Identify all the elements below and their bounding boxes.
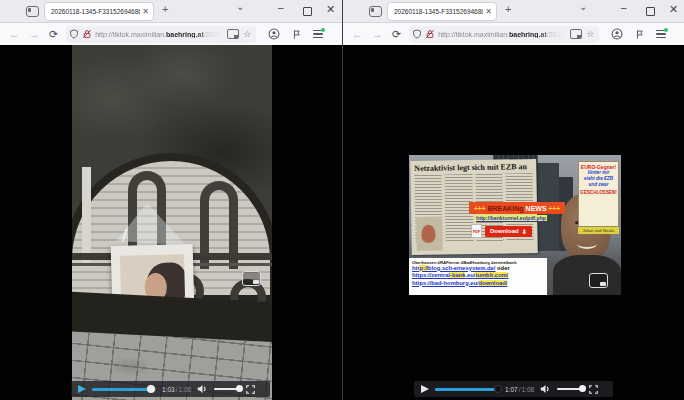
menu-notification-dot <box>664 28 668 32</box>
video-element-right[interactable]: Netzaktivist legt sich mit EZB an EURO-G… <box>343 45 684 400</box>
time-display: 1:03/1:08 <box>162 386 191 393</box>
euro-gegner-box: EURO-Gegner! Hinter mir steht die EZB un… <box>578 161 619 227</box>
fullscreen-icon[interactable] <box>589 385 598 394</box>
minimize-button[interactable]: – <box>621 2 627 13</box>
insecure-lock-icon[interactable] <box>82 29 92 39</box>
tab-close-icon[interactable]: ✕ <box>142 7 149 16</box>
volume-slider[interactable] <box>557 388 583 391</box>
minimize-button[interactable]: – <box>278 2 284 13</box>
account-icon[interactable] <box>268 28 280 40</box>
window-frame-post <box>82 167 91 267</box>
app-menu-icon[interactable] <box>656 30 666 38</box>
firefox-view-icon[interactable] <box>369 6 382 17</box>
address-bar[interactable]: http://tiktok.maximilian.baehring.at/202… <box>409 26 599 43</box>
tab-bar: 20260118-1345-F3315269468635718 ✕ + ⌄ – … <box>343 0 684 23</box>
browser-window-right: 20260118-1345-F3315269468635718 ✕ + ⌄ – … <box>342 0 684 400</box>
toolbar-right-icons <box>268 28 323 40</box>
maximize-button[interactable] <box>646 7 655 16</box>
progress-thumb[interactable] <box>494 385 502 393</box>
bookmark-star-icon[interactable]: ☆ <box>586 29 594 39</box>
pennant-flag-icon[interactable] <box>634 29 645 40</box>
download-arrow-icon: ⬇ <box>522 228 527 235</box>
list-tabs-chevron-icon[interactable]: ⌄ <box>236 1 244 12</box>
link-line-1: http://blog.sch-einesystem.de/ oder <box>412 265 544 273</box>
smile <box>577 239 597 249</box>
link-line-3: https://bad-homburg.eu/download/ <box>412 280 544 288</box>
toolbar-right-icons <box>611 28 666 40</box>
progress-fill <box>92 388 151 391</box>
breaking-news-banner: +++ BREAKINg NEWS +++ <box>469 202 565 214</box>
forward-button[interactable]: → <box>372 29 383 40</box>
back-button[interactable]: ← <box>352 29 363 40</box>
volume-icon[interactable] <box>540 384 551 394</box>
firefox-view-icon[interactable] <box>26 6 39 17</box>
progress-thumb[interactable] <box>147 385 155 393</box>
tracking-protection-shield-icon[interactable] <box>412 29 422 39</box>
tab-title: 20260118-1345-F3315269468635718 <box>394 8 483 15</box>
volume-thumb[interactable] <box>579 385 586 392</box>
video-controls-left: 1:03/1:08 <box>71 381 270 397</box>
euro-box-caption: Julian statt Nicola <box>578 227 619 234</box>
picture-in-picture-icon[interactable] <box>242 271 261 286</box>
address-bar[interactable]: http://tiktok.maximilian.baehring.at/202… <box>66 26 256 43</box>
pdf-download-row: PDF Download⬇ <box>471 224 532 238</box>
newspaper-photo <box>416 217 443 251</box>
close-window-button[interactable]: ✕ <box>326 3 335 16</box>
progress-bar[interactable] <box>435 388 499 391</box>
volume-slider[interactable] <box>214 388 240 391</box>
banner-link: http://banktunnel.eu/pdf.php <box>475 215 547 221</box>
tab-title: 20260118-1345-F3315269468635718 <box>51 8 140 15</box>
navigation-toolbar: ← → ⟳ http://tiktok.maximilian.baehring.… <box>0 23 342 45</box>
close-window-button[interactable]: ✕ <box>669 3 678 16</box>
app-menu-icon[interactable] <box>313 30 323 38</box>
tab-bar: 20260118-1345-F3315269468635718 ✕ + ⌄ – … <box>0 0 342 23</box>
reload-button[interactable]: ⟳ <box>49 29 58 40</box>
man-shoulders <box>553 255 621 295</box>
browser-tab[interactable]: 20260118-1345-F3315269468635718 ✕ <box>44 2 154 21</box>
tab-close-icon[interactable]: ✕ <box>485 7 492 16</box>
insecure-lock-icon[interactable] <box>425 29 435 39</box>
bookmark-star-icon[interactable]: ☆ <box>243 29 251 39</box>
play-button[interactable] <box>421 385 429 393</box>
page-actions-icon[interactable] <box>227 29 239 39</box>
back-button[interactable]: ← <box>9 29 20 40</box>
new-tab-button[interactable]: + <box>162 3 168 15</box>
picture-in-picture-icon[interactable] <box>589 273 608 288</box>
video-element-left[interactable]: 1:03/1:08 <box>0 45 342 400</box>
menu-notification-dot <box>321 28 325 32</box>
pdf-icon: PDF <box>471 224 482 238</box>
maximize-button[interactable] <box>303 7 312 16</box>
list-tabs-chevron-icon[interactable]: ⌄ <box>579 1 587 12</box>
fullscreen-icon[interactable] <box>246 385 255 394</box>
newspaper-headline: Netzaktivist legt sich mit EZB an <box>414 162 532 173</box>
account-icon[interactable] <box>611 28 623 40</box>
links-info-box: Oberhausen #RAFterror #BadHomburg #zentr… <box>409 258 547 295</box>
video-frame-basement-window <box>72 45 272 400</box>
download-button: Download⬇ <box>485 226 532 237</box>
forward-button[interactable]: → <box>29 29 40 40</box>
reload-button[interactable]: ⟳ <box>392 29 401 40</box>
play-button[interactable] <box>78 385 86 393</box>
browser-tab[interactable]: 20260118-1345-F3315269468635718 ✕ <box>387 2 497 21</box>
navigation-toolbar: ← → ⟳ http://tiktok.maximilian.baehring.… <box>343 23 684 45</box>
time-display: 1:07/1:08 <box>505 386 534 393</box>
volume-icon[interactable] <box>197 384 208 394</box>
url-text[interactable]: http://tiktok.maximilian.baehring.at/202… <box>95 31 225 38</box>
progress-fill <box>435 388 498 391</box>
tracking-protection-shield-icon[interactable] <box>69 29 79 39</box>
browser-window-left: 20260118-1345-F3315269468635718 ✕ + ⌄ – … <box>0 0 342 400</box>
url-text[interactable]: http://tiktok.maximilian.baehring.at/202… <box>438 31 568 38</box>
new-tab-button[interactable]: + <box>505 3 511 15</box>
pennant-flag-icon[interactable] <box>291 29 302 40</box>
volume-thumb[interactable] <box>236 385 243 392</box>
video-controls-right: 1:07/1:08 <box>414 381 613 397</box>
progress-bar[interactable] <box>92 388 156 391</box>
link-line-2: https://zentral-bank.eu/tumblr.com/ <box>412 272 544 280</box>
page-actions-icon[interactable] <box>570 29 582 39</box>
